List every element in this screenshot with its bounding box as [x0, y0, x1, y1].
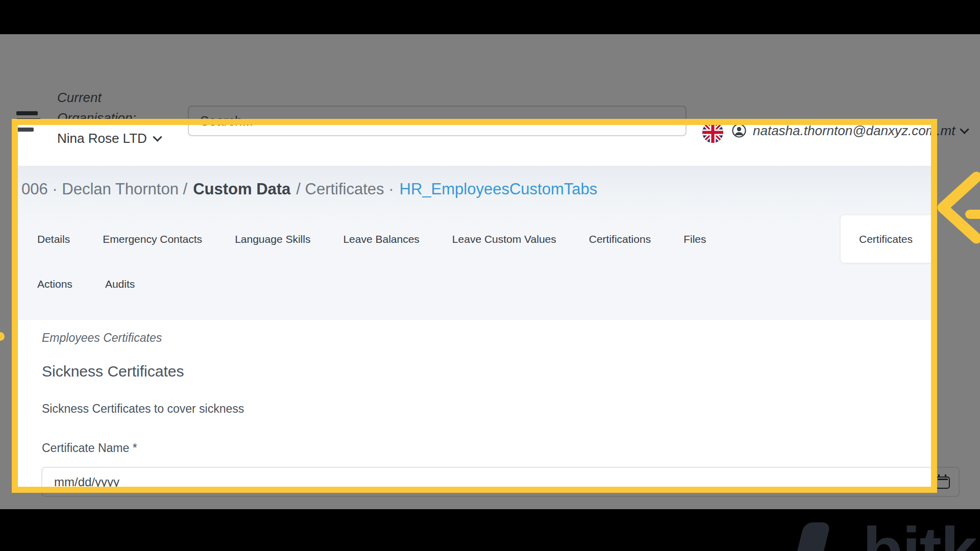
tab-certificates-label: Certificates: [859, 233, 913, 245]
user-circle-icon[interactable]: [732, 123, 746, 138]
tab-files[interactable]: Files: [683, 233, 706, 245]
hamburger-bar: [16, 128, 34, 132]
tab-certifications[interactable]: Certifications: [589, 233, 651, 245]
breadcrumb-employee[interactable]: 006 · Declan Thornton /: [21, 180, 187, 198]
hamburger-bar: [16, 111, 38, 115]
page-header-band: 006 · Declan Thornton / Custom Data / Ce…: [18, 166, 931, 320]
chevron-down-icon: [960, 124, 969, 134]
user-email: natasha.thornton@danxyz.com.mt: [753, 123, 955, 139]
tab-details[interactable]: Details: [37, 233, 70, 245]
tab-emergency-contacts[interactable]: Emergency Contacts: [103, 233, 202, 245]
certificate-date-input[interactable]: [41, 467, 960, 497]
user-menu[interactable]: natasha.thornton@danxyz.com.mt: [753, 123, 968, 139]
calendar-icon[interactable]: [936, 477, 950, 489]
tab-leave-balances[interactable]: Leave Balances: [343, 233, 419, 245]
breadcrumb-link[interactable]: HR_EmployeesCustomTabs: [400, 180, 598, 198]
letterbox-top: [0, 0, 980, 34]
tab-audits[interactable]: Audits: [105, 278, 135, 290]
organisation-name: Nina Rose LTD: [57, 128, 147, 148]
uk-flag-icon[interactable]: [702, 122, 723, 143]
chevron-down-icon: [153, 132, 162, 141]
global-search: [188, 106, 687, 136]
organisation-label-line2: Organisation:: [57, 108, 161, 128]
breadcrumb: 006 · Declan Thornton / Custom Data / Ce…: [21, 180, 597, 198]
tab-row-2: Actions Audits: [37, 272, 135, 296]
breadcrumb-certificates[interactable]: / Certificates ·: [296, 180, 394, 198]
tab-leave-custom-values[interactable]: Leave Custom Values: [452, 233, 556, 245]
certificate-name-label: Certificate Name *: [42, 441, 137, 455]
section-subtitle: Employees Certificates: [42, 331, 162, 345]
organisation-label-line1: Current: [57, 87, 161, 108]
search-input[interactable]: [189, 107, 685, 135]
current-organisation: Current Organisation: Nina Rose LTD: [57, 87, 161, 148]
tab-language-skills[interactable]: Language Skills: [235, 233, 310, 245]
organisation-selector[interactable]: Nina Rose LTD: [57, 128, 161, 148]
letterbox-bottom: bitk: [0, 509, 980, 551]
bitk-logo-text: bitk: [863, 512, 976, 551]
section-description: Sickness Certificates to cover sickness: [42, 402, 244, 416]
app-window: Current Organisation: Nina Rose LTD: [0, 34, 980, 509]
tab-actions[interactable]: Actions: [37, 278, 72, 290]
breadcrumb-custom-data[interactable]: Custom Data: [193, 180, 290, 198]
tab-certificates-active[interactable]: Certificates: [841, 215, 931, 263]
screenshot-stage: Current Organisation: Nina Rose LTD: [0, 0, 980, 551]
bitk-logo-icon: [794, 522, 831, 551]
section-title: Sickness Certificates: [42, 363, 184, 380]
hamburger-bar: [16, 118, 41, 123]
tab-row-1: Details Emergency Contacts Language Skil…: [37, 215, 931, 263]
hamburger-menu-icon[interactable]: [16, 111, 42, 133]
caret-down-icon[interactable]: [665, 120, 673, 124]
